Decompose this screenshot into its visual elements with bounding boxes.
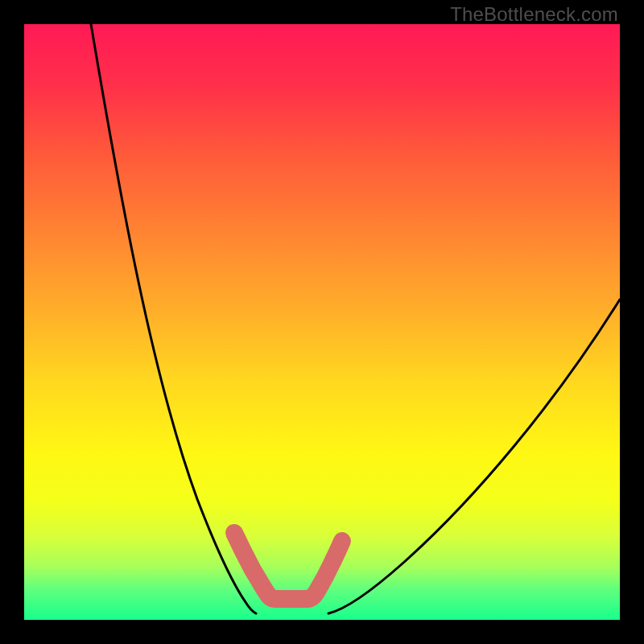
curve-right	[328, 299, 620, 613]
chart-curves	[24, 24, 620, 620]
plot-frame	[24, 24, 620, 620]
highlight-valley	[234, 533, 342, 599]
watermark-text: TheBottleneck.com	[450, 3, 618, 26]
